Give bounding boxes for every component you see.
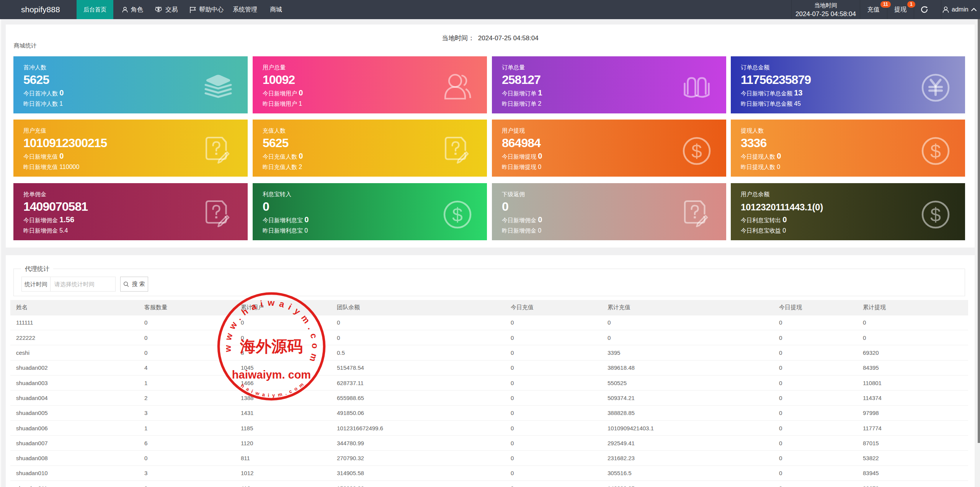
svg-text:www.haiwaiym.com: www.haiwaiym.com [223, 298, 320, 367]
svg-text:haiwaiym. com: haiwaiym. com [232, 369, 311, 381]
svg-text:$: $ [691, 141, 702, 162]
svg-text:海外源码: 海外源码 [240, 338, 303, 355]
svg-text:$: $ [452, 204, 463, 226]
svg-text:$: $ [930, 204, 941, 226]
svg-text:$: $ [930, 141, 941, 162]
